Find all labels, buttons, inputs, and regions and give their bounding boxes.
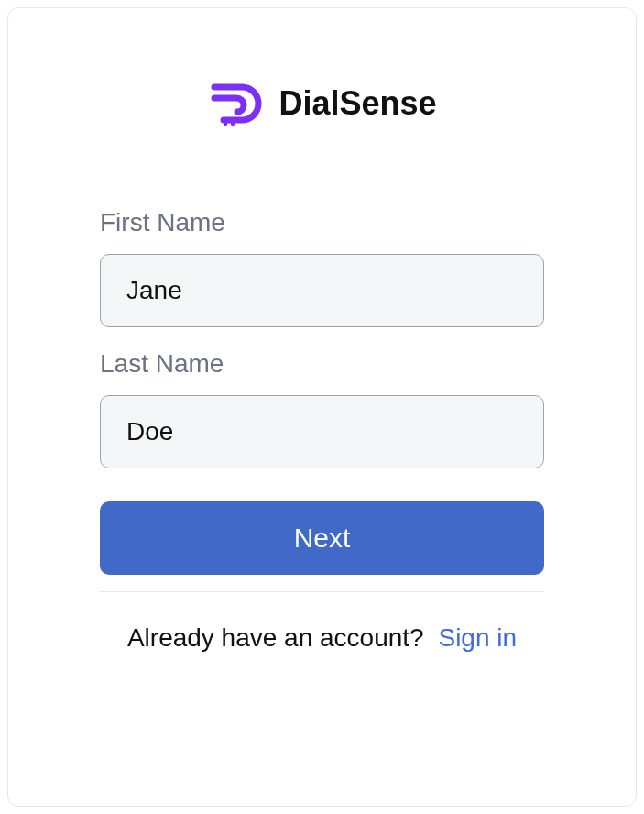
last-name-input[interactable] <box>100 395 544 468</box>
footer-text: Already have an account? Sign in <box>100 618 544 659</box>
first-name-group: First Name <box>100 208 544 327</box>
brand-name: DialSense <box>278 84 436 123</box>
last-name-group: Last Name <box>100 349 544 468</box>
first-name-input[interactable] <box>100 254 544 327</box>
next-button[interactable]: Next <box>100 501 544 575</box>
svg-point-1 <box>231 122 235 126</box>
sign-in-link[interactable]: Sign in <box>438 623 517 652</box>
first-name-label: First Name <box>100 208 544 237</box>
divider <box>100 591 544 592</box>
footer-prompt: Already have an account? <box>127 623 424 652</box>
last-name-label: Last Name <box>100 349 544 379</box>
svg-point-0 <box>224 122 227 126</box>
brand-logo-icon <box>207 82 262 126</box>
brand-header: DialSense <box>100 82 544 126</box>
signup-card: DialSense First Name Last Name Next Alre… <box>7 7 637 807</box>
